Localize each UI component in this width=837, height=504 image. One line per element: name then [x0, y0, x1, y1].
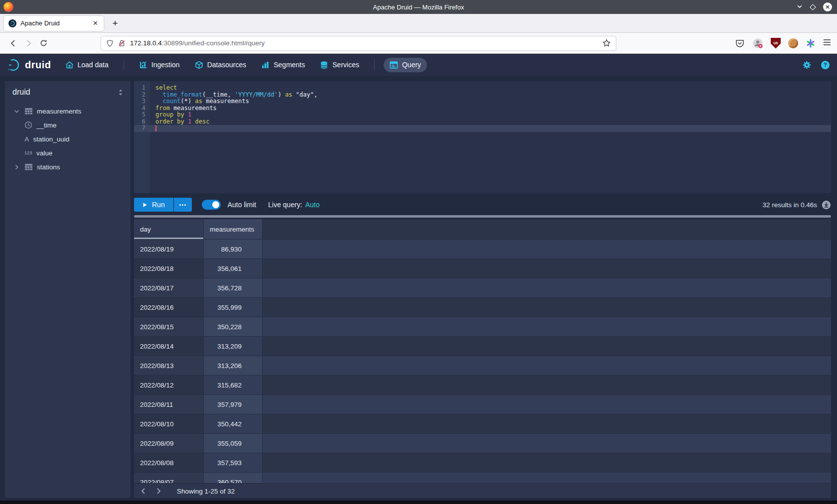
- cell-measurements[interactable]: 350,442: [204, 414, 263, 433]
- load-data-icon: [65, 61, 74, 69]
- cell-day[interactable]: 2022/08/19: [134, 240, 204, 258]
- tree-column-__time[interactable]: __time: [12, 118, 126, 132]
- window-minimize-icon[interactable]: [797, 2, 803, 11]
- live-query-value[interactable]: Auto: [305, 201, 320, 209]
- double-caret-icon[interactable]: [118, 89, 124, 96]
- firefox-logo-icon: [3, 2, 13, 12]
- reload-icon[interactable]: [36, 36, 51, 51]
- run-more-button[interactable]: [174, 198, 192, 212]
- run-button[interactable]: Run: [134, 198, 173, 212]
- tracking-shield-icon[interactable]: [106, 39, 114, 47]
- menu-hamburger-icon[interactable]: [823, 39, 831, 47]
- cell-measurements[interactable]: 357,593: [204, 453, 263, 472]
- nav-item-ingestion[interactable]: Ingestion: [133, 58, 186, 72]
- cell-day[interactable]: 2022/08/17: [134, 278, 204, 297]
- cell-day[interactable]: 2022/08/12: [134, 376, 204, 394]
- ublock-origin-icon[interactable]: U0: [771, 38, 781, 49]
- nav-separator: [374, 59, 375, 70]
- pocket-icon[interactable]: [735, 38, 745, 48]
- url-bar[interactable]: 172.18.0.4:30899/unified-console.html#qu…: [101, 36, 616, 51]
- tree-column-label: value: [36, 149, 52, 157]
- nav-item-load-data[interactable]: Load data: [59, 58, 115, 72]
- settings-gear-icon[interactable]: [802, 60, 812, 70]
- extension-asterisk-icon[interactable]: [806, 38, 816, 48]
- cell-measurements[interactable]: 350,228: [204, 317, 263, 336]
- page-prev-icon[interactable]: [136, 485, 151, 498]
- nav-item-segments[interactable]: Segments: [255, 58, 311, 72]
- schema-tree: measurements__timeAstation_uuid123values…: [12, 104, 126, 174]
- cell-measurements[interactable]: 315,682: [204, 376, 263, 394]
- help-icon[interactable]: ?: [821, 60, 830, 70]
- cell-day[interactable]: 2022/08/18: [134, 259, 204, 278]
- nav-item-label: Ingestion: [151, 61, 180, 69]
- table-row: 2022/08/10350,442: [134, 414, 831, 433]
- page-next-icon[interactable]: [151, 485, 166, 498]
- account-icon[interactable]: [752, 38, 763, 49]
- table-row: 2022/08/09355,059: [134, 433, 831, 453]
- back-icon[interactable]: [6, 36, 21, 51]
- tree-table-stations[interactable]: stations: [12, 160, 126, 174]
- cookie-icon[interactable]: [788, 38, 798, 48]
- cell-day[interactable]: 2022/08/15: [134, 317, 204, 336]
- table-icon: [24, 163, 33, 171]
- cell-measurements[interactable]: 355,999: [204, 298, 263, 317]
- tree-column-station_uuid[interactable]: Astation_uuid: [12, 132, 126, 146]
- bookmark-star-icon[interactable]: [602, 39, 611, 47]
- run-button-label: Run: [152, 201, 165, 209]
- cell-value: 313,209: [210, 343, 242, 350]
- druid-navbar: druid Load dataIngestionDatasourcesSegme…: [0, 54, 837, 76]
- cell-measurements[interactable]: 313,206: [204, 356, 263, 375]
- cell-measurements[interactable]: 360,570: [204, 473, 263, 483]
- cell-measurements[interactable]: 356,728: [204, 278, 263, 297]
- column-header-day[interactable]: day: [134, 219, 204, 239]
- nav-item-label: Services: [332, 61, 359, 69]
- nav-item-query[interactable]: Query: [384, 58, 427, 72]
- results-rows: 2022/08/1986,9302022/08/18356,0612022/08…: [134, 239, 831, 483]
- cell-day[interactable]: 2022/08/14: [134, 337, 204, 356]
- cell-day[interactable]: 2022/08/13: [134, 356, 204, 375]
- cell-day[interactable]: 2022/08/07: [134, 473, 204, 483]
- window-close-icon[interactable]: ✕: [823, 2, 832, 11]
- services-icon: [320, 61, 328, 69]
- play-icon: [142, 202, 147, 208]
- tab-close-icon[interactable]: ✕: [92, 19, 99, 27]
- query-view: druid measurements__timeAstation_uuid123…: [0, 76, 837, 501]
- auto-limit-toggle[interactable]: [202, 200, 221, 210]
- code-line: 2 time_format(__time, 'YYYY/MM/dd') as "…: [134, 92, 831, 99]
- table-row: 2022/08/12315,682: [134, 375, 831, 394]
- insecure-lock-icon[interactable]: [118, 39, 126, 47]
- schema-name: druid: [12, 88, 30, 97]
- cell-day[interactable]: 2022/08/08: [134, 453, 204, 472]
- tab-favicon: [8, 19, 16, 27]
- download-icon[interactable]: [822, 200, 831, 210]
- nav-item-services[interactable]: Services: [314, 58, 365, 72]
- sql-editor[interactable]: 1select2 time_format(__time, 'YYYY/MM/dd…: [134, 81, 831, 193]
- query-main: 1select2 time_format(__time, 'YYYY/MM/dd…: [134, 81, 831, 498]
- forward-icon[interactable]: [21, 36, 36, 51]
- column-header-measurements[interactable]: measurements: [204, 219, 263, 239]
- cell-measurements[interactable]: 86,930: [204, 240, 263, 258]
- browser-tab[interactable]: Apache Druid ✕: [4, 16, 104, 31]
- horizontal-scrollbar[interactable]: [134, 215, 831, 218]
- cell-day[interactable]: 2022/08/16: [134, 298, 204, 317]
- cell-measurements[interactable]: 355,059: [204, 434, 263, 453]
- cell-measurements[interactable]: 356,061: [204, 259, 263, 278]
- code-text: select: [150, 85, 177, 92]
- cell-measurements[interactable]: 357,979: [204, 395, 263, 414]
- cell-day[interactable]: 2022/08/11: [134, 395, 204, 414]
- ingestion-icon: [139, 61, 147, 69]
- tree-table-measurements[interactable]: measurements: [12, 104, 126, 118]
- code-line: 4from measurements: [134, 105, 831, 112]
- new-tab-button[interactable]: +: [108, 16, 123, 31]
- cell-day[interactable]: 2022/08/09: [134, 434, 204, 453]
- druid-logo[interactable]: druid: [7, 58, 51, 72]
- tree-column-value[interactable]: 123value: [12, 146, 126, 160]
- window-maximize-icon[interactable]: [810, 4, 816, 10]
- line-number: 3: [134, 98, 150, 105]
- line-number: 4: [134, 105, 150, 112]
- nav-item-datasources[interactable]: Datasources: [189, 58, 253, 72]
- cell-measurements[interactable]: 313,209: [204, 337, 263, 356]
- code-line: 7: [134, 125, 831, 132]
- cell-day[interactable]: 2022/08/10: [134, 414, 204, 433]
- table-icon: [24, 108, 33, 115]
